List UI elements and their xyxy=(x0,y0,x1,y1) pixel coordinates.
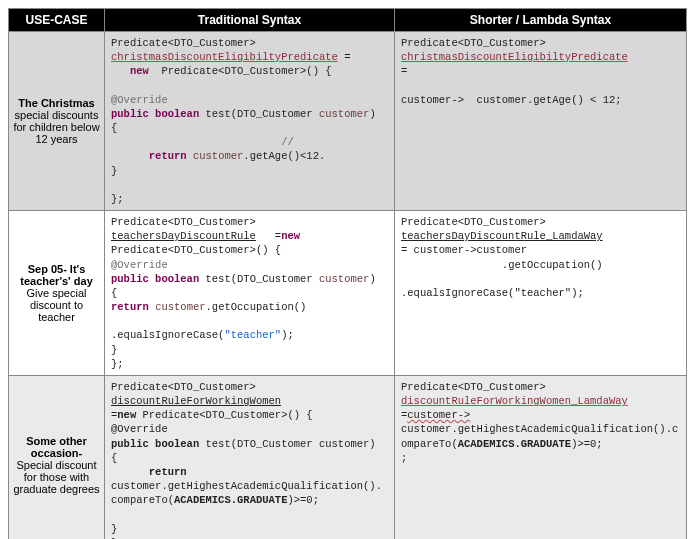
traditional-code: Predicate<DTO_Customer> christmasDiscoun… xyxy=(105,32,395,211)
lambda-code: Predicate<DTO_Customer> christmasDiscoun… xyxy=(395,32,687,211)
usecase-cell: Sep 05- It's teacher's' day Give special… xyxy=(9,211,105,376)
table-header-row: USE-CASE Traditional Syntax Shorter / La… xyxy=(9,9,687,32)
usecase-title: Sep 05- It's teacher's' day xyxy=(20,263,93,287)
usecase-desc: special discounts for children below 12 … xyxy=(13,109,99,145)
usecase-title: Some other occasion- xyxy=(26,435,87,459)
header-traditional: Traditional Syntax xyxy=(105,9,395,32)
lambda-code: Predicate<DTO_Customer> teachersDayDisco… xyxy=(395,211,687,376)
table-row: The Christmas special discounts for chil… xyxy=(9,32,687,211)
header-lambda: Shorter / Lambda Syntax xyxy=(395,9,687,32)
header-usecase: USE-CASE xyxy=(9,9,105,32)
lambda-code: Predicate<DTO_Customer> discountRuleForW… xyxy=(395,375,687,539)
usecase-desc: Special discount for those with graduate… xyxy=(13,459,99,495)
table-row: Some other occasion- Special discount fo… xyxy=(9,375,687,539)
syntax-comparison-table: USE-CASE Traditional Syntax Shorter / La… xyxy=(8,8,687,539)
usecase-desc: Give special discount to teacher xyxy=(27,287,87,323)
usecase-cell: Some other occasion- Special discount fo… xyxy=(9,375,105,539)
traditional-code: Predicate<DTO_Customer> discountRuleForW… xyxy=(105,375,395,539)
traditional-code: Predicate<DTO_Customer> teachersDayDisco… xyxy=(105,211,395,376)
usecase-cell: The Christmas special discounts for chil… xyxy=(9,32,105,211)
usecase-title: The Christmas xyxy=(18,97,94,109)
table-row: Sep 05- It's teacher's' day Give special… xyxy=(9,211,687,376)
